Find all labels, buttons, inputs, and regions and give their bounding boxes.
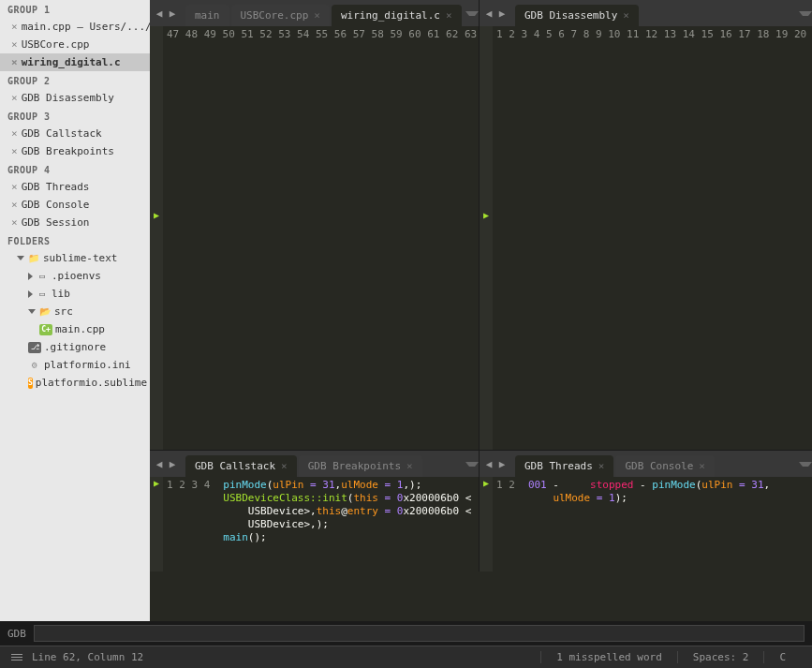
sidebar-group-header: GROUP 4 [0,160,150,178]
sidebar-item-label: GDB Session [22,216,90,229]
sidebar-item[interactable]: ×GDB Threads [0,178,150,196]
tab-label: GDB Console [625,460,693,472]
sidebar-item[interactable]: ×GDB Breakpoints [0,142,150,160]
close-icon[interactable]: × [11,127,18,140]
git-icon: ⎇ [28,342,41,353]
sidebar: GROUP 1×main.cpp — Users/.../sa×USBCore.… [0,0,150,621]
tab[interactable]: wiring_digital.c× [332,5,462,26]
sublime-icon: S [28,378,33,389]
sidebar-item[interactable]: ×wiring_digital.c [0,53,150,71]
tab-label: main [195,9,220,22]
folder-pioenvs[interactable]: ▭.pioenvs [0,267,150,285]
status-indent[interactable]: Spaces: 2 [677,651,764,663]
tab-label: GDB Breakpoints [308,460,401,472]
tab[interactable]: GDB Callstack× [185,455,297,477]
threads-view[interactable]: ▶ 1 2 001 - stopped - pinMode(ulPin = 31… [480,477,812,572]
close-icon[interactable]: × [446,9,452,22]
folder-icon: ▭ [36,289,49,300]
sidebar-item[interactable]: ×USBCore.cpp [0,36,150,53]
close-icon[interactable]: × [11,216,18,229]
file-platformio-sublime[interactable]: Splatformio.sublime [0,374,150,392]
tab-menu-icon[interactable] [465,11,479,16]
sidebar-item-label: wiring_digital.c [22,56,121,68]
sidebar-item[interactable]: ×GDB Session [0,214,150,231]
folder-label: src [54,305,73,318]
sidebar-item-label: GDB Callstack [22,127,102,140]
tab-label: GDB Threads [524,460,593,472]
folder-label: lib [52,288,70,300]
tab-back-icon[interactable]: ◀ [483,7,495,19]
close-icon[interactable]: × [11,56,18,68]
sidebar-item[interactable]: ×main.cpp — Users/.../sa [0,18,150,36]
tab-menu-icon[interactable] [799,462,812,467]
tab-back-icon[interactable]: ◀ [154,7,165,19]
tab[interactable]: GDB Disassembly× [515,5,639,26]
editor-pane-top-right: ◀▶ GDB Disassembly× ▶ 1 2 3 4 5 6 7 8 9 … [480,0,812,450]
tab[interactable]: USBCore.cpp× [231,5,330,26]
sidebar-group-header: GROUP 2 [0,71,150,89]
tab-forward-icon[interactable]: ▶ [496,7,508,19]
close-icon[interactable]: × [281,460,288,472]
tab-forward-icon[interactable]: ▶ [167,458,178,469]
folder-lib[interactable]: ▭lib [0,285,150,303]
status-spellcheck[interactable]: 1 misspelled word [540,651,677,663]
chevron-right-icon [28,290,33,298]
close-icon[interactable]: × [598,460,605,472]
sidebar-item[interactable]: ×GDB Disassembly [0,89,150,107]
tab-menu-icon[interactable] [799,11,812,16]
close-icon[interactable]: × [406,460,413,472]
tabbar: ◀▶ mainUSBCore.cpp×wiring_digital.c× [150,0,479,26]
sidebar-group-header: GROUP 1 [0,0,150,18]
close-icon[interactable]: × [314,9,320,22]
chevron-down-icon [28,309,36,314]
gear-icon: ⚙ [28,360,41,371]
file-label: .gitignore [44,341,106,353]
code-editor[interactable]: ▶ 47 48 49 50 51 52 53 54 55 56 57 58 59… [150,26,479,450]
disassembly-view[interactable]: ▶ 1 2 3 4 5 6 7 8 9 10 11 12 13 14 15 16… [480,26,812,450]
close-icon[interactable]: × [699,460,705,472]
tab-forward-icon[interactable]: ▶ [167,7,178,19]
tab-forward-icon[interactable]: ▶ [496,458,508,469]
file-gitignore[interactable]: ⎇.gitignore [0,338,150,356]
sidebar-item[interactable]: ×GDB Callstack [0,125,150,142]
tab[interactable]: main [185,5,229,26]
status-syntax[interactable]: C [763,651,801,663]
close-icon[interactable]: × [11,38,18,51]
gdb-console-input[interactable] [34,625,805,642]
sidebar-item-label: GDB Breakpoints [22,145,114,157]
close-icon[interactable]: × [11,145,18,157]
folder-icon: ▭ [36,271,49,282]
chevron-down-icon [17,256,24,260]
tab-back-icon[interactable]: ◀ [154,458,165,469]
tab[interactable]: GDB Threads× [515,455,613,477]
file-label: platformio.ini [44,359,131,371]
close-icon[interactable]: × [11,199,18,211]
folders-header: FOLDERS [0,231,150,249]
cpp-icon: C+ [39,324,52,335]
callstack-view[interactable]: ▶ 1 2 3 4 pinMode(ulPin = 31,ulMode = 1,… [150,477,479,572]
tab-label: wiring_digital.c [341,9,440,22]
file-main-cpp[interactable]: C+main.cpp [0,320,150,338]
editor-pane-bot-right: ◀▶ GDB Threads×GDB Console× ▶ 1 2 001 - … [480,451,812,572]
folder-icon: 📁 [27,253,40,264]
tab-nav: ◀▶ [150,7,182,19]
menu-icon[interactable] [11,652,22,662]
file-platformio-ini[interactable]: ⚙platformio.ini [0,356,150,374]
close-icon[interactable]: × [11,181,18,193]
tab-menu-icon[interactable] [465,462,479,467]
tabbar: ◀▶ GDB Disassembly× [480,0,812,26]
tab[interactable]: GDB Console× [615,455,714,477]
chevron-right-icon [28,273,33,280]
sidebar-item[interactable]: ×GDB Console [0,196,150,214]
tab[interactable]: GDB Breakpoints× [299,455,422,477]
console-label: GDB [7,628,26,640]
tab-back-icon[interactable]: ◀ [483,458,495,469]
close-icon[interactable]: × [11,21,18,33]
close-icon[interactable]: × [623,9,629,22]
close-icon[interactable]: × [11,92,18,104]
sidebar-item-label: GDB Console [22,199,90,211]
folder-icon: 📂 [38,306,52,318]
folder-src[interactable]: 📂src [0,303,150,320]
folder-root[interactable]: 📁sublime-text [0,249,150,267]
sidebar-item-label: main.cpp — Users/.../sa [22,21,150,33]
